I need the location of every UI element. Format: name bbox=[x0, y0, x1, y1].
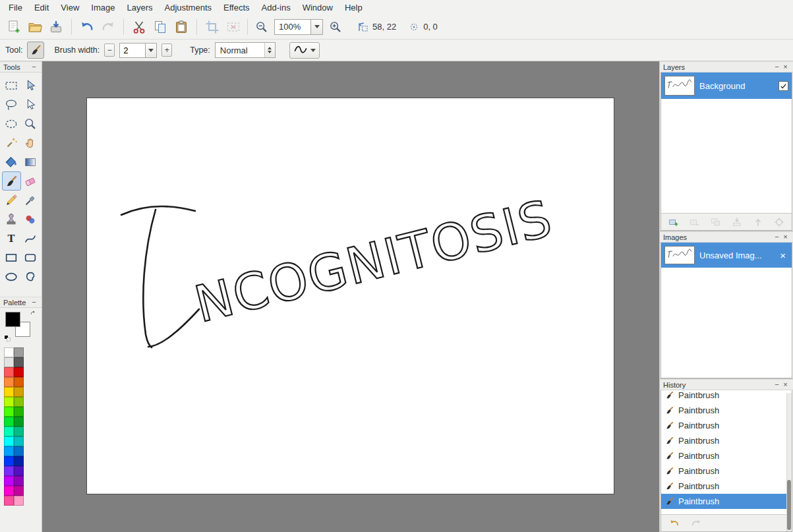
history-item[interactable]: Paintbrush bbox=[661, 479, 792, 494]
history-item[interactable]: Paintbrush bbox=[661, 433, 792, 448]
tool-freeform-shape[interactable] bbox=[21, 267, 40, 286]
paste-button[interactable] bbox=[171, 17, 191, 37]
palette-swatch[interactable] bbox=[4, 476, 14, 486]
history-item[interactable]: Paintbrush bbox=[661, 418, 792, 433]
brush-width-decrease-button[interactable]: − bbox=[104, 44, 115, 57]
tool-move-selection[interactable] bbox=[21, 76, 40, 95]
minimize-panel-icon[interactable]: − bbox=[773, 63, 781, 71]
layer-visible-checkbox[interactable] bbox=[778, 81, 788, 91]
scrollbar-thumb[interactable] bbox=[787, 480, 791, 530]
deselect-button[interactable] bbox=[223, 17, 243, 37]
history-item[interactable]: Paintbrush bbox=[661, 494, 792, 509]
menu-effects[interactable]: Effects bbox=[218, 1, 256, 14]
brush-width-input[interactable] bbox=[119, 43, 146, 58]
palette-swatch[interactable] bbox=[4, 397, 14, 407]
reset-colors-icon[interactable] bbox=[4, 335, 13, 343]
palette-swatch[interactable] bbox=[4, 377, 14, 387]
tool-pencil[interactable] bbox=[2, 191, 21, 210]
stroke-style-button[interactable] bbox=[289, 42, 320, 59]
palette-swatch[interactable] bbox=[4, 496, 14, 506]
palette-swatch[interactable] bbox=[14, 377, 24, 387]
history-item[interactable]: Paintbrush bbox=[661, 448, 792, 463]
zoom-input[interactable] bbox=[274, 19, 311, 35]
palette-swatch[interactable] bbox=[14, 397, 24, 407]
palette-swatch[interactable] bbox=[14, 436, 24, 446]
palette-swatch[interactable] bbox=[4, 427, 14, 436]
tool-pan[interactable] bbox=[21, 133, 40, 152]
open-image-button[interactable] bbox=[25, 17, 45, 37]
history-redo-button[interactable] bbox=[688, 517, 704, 530]
palette-swatch[interactable] bbox=[14, 446, 24, 456]
palette-swatch[interactable] bbox=[4, 387, 14, 397]
copy-button[interactable] bbox=[150, 17, 170, 37]
merge-layer-down-button[interactable] bbox=[729, 216, 744, 229]
current-tool-button[interactable] bbox=[27, 42, 44, 59]
canvas[interactable]: NCOGNITOSIS bbox=[86, 98, 614, 494]
save-button[interactable] bbox=[46, 17, 66, 37]
crop-to-selection-button[interactable] bbox=[202, 17, 222, 37]
close-panel-icon[interactable]: × bbox=[781, 380, 790, 389]
menu-view[interactable]: View bbox=[55, 1, 85, 14]
history-item[interactable]: Paintbrush bbox=[661, 463, 792, 479]
layer-properties-button[interactable] bbox=[771, 216, 786, 229]
tool-lasso-select[interactable] bbox=[2, 95, 21, 114]
palette-swatch[interactable] bbox=[14, 476, 24, 486]
palette-swatch[interactable] bbox=[14, 456, 24, 466]
spinner-icon[interactable] bbox=[264, 43, 275, 57]
tool-ellipse-select[interactable] bbox=[2, 114, 21, 133]
brush-width-dropdown-button[interactable] bbox=[146, 43, 157, 58]
undo-button[interactable] bbox=[77, 17, 97, 37]
tool-gradient[interactable] bbox=[21, 152, 40, 171]
history-item[interactable]: Paintbrush bbox=[661, 403, 792, 418]
palette-swatch[interactable] bbox=[4, 407, 14, 417]
tool-line-curve[interactable] bbox=[21, 229, 40, 248]
palette-swatch[interactable] bbox=[14, 417, 24, 427]
menu-file[interactable]: File bbox=[3, 1, 28, 14]
palette-swatch[interactable] bbox=[14, 407, 24, 417]
palette-swatch[interactable] bbox=[14, 367, 24, 377]
zoom-out-button[interactable] bbox=[252, 17, 272, 37]
minimize-panel-icon[interactable]: − bbox=[773, 380, 781, 389]
tool-eraser[interactable] bbox=[21, 171, 40, 191]
minimize-panel-icon[interactable]: − bbox=[773, 233, 781, 241]
swap-colors-icon[interactable] bbox=[30, 310, 38, 319]
palette-swatch[interactable] bbox=[4, 347, 14, 357]
minimize-panel-icon[interactable]: − bbox=[30, 63, 38, 71]
menu-image[interactable]: Image bbox=[85, 1, 121, 14]
palette-swatch[interactable] bbox=[4, 486, 14, 496]
add-layer-button[interactable] bbox=[666, 216, 682, 229]
tool-move-selected[interactable] bbox=[21, 95, 40, 114]
menu-window[interactable]: Window bbox=[297, 1, 339, 14]
close-image-icon[interactable]: × bbox=[777, 250, 788, 261]
palette-swatch[interactable] bbox=[14, 347, 24, 357]
duplicate-layer-button[interactable] bbox=[709, 216, 724, 229]
close-panel-icon[interactable]: × bbox=[781, 233, 790, 241]
tool-text[interactable]: T bbox=[2, 229, 21, 248]
image-row[interactable]: Unsaved Imag... × bbox=[661, 243, 792, 268]
history-item[interactable]: Paintbrush bbox=[661, 390, 792, 403]
palette-swatch[interactable] bbox=[14, 496, 24, 506]
menu-help[interactable]: Help bbox=[339, 1, 368, 14]
palette-swatch[interactable] bbox=[4, 357, 14, 367]
palette-swatch[interactable] bbox=[14, 486, 24, 496]
history-scrollbar[interactable] bbox=[786, 393, 792, 531]
tool-rectangle[interactable] bbox=[2, 248, 21, 267]
palette-swatch[interactable] bbox=[4, 436, 14, 446]
menu-edit[interactable]: Edit bbox=[28, 1, 55, 14]
tool-ellipse[interactable] bbox=[2, 267, 21, 286]
menu-adjustments[interactable]: Adjustments bbox=[158, 1, 218, 14]
close-panel-icon[interactable]: × bbox=[781, 63, 790, 71]
palette-swatch[interactable] bbox=[14, 427, 24, 436]
delete-layer-button[interactable] bbox=[688, 216, 703, 229]
cut-button[interactable] bbox=[129, 17, 149, 37]
tool-rectangle-select[interactable] bbox=[2, 76, 21, 95]
tool-paintbrush[interactable] bbox=[2, 171, 21, 191]
new-image-button[interactable] bbox=[4, 17, 24, 37]
move-layer-up-button[interactable] bbox=[750, 216, 765, 229]
tool-recolor[interactable] bbox=[21, 210, 40, 229]
palette-swatch[interactable] bbox=[4, 417, 14, 427]
palette-swatch[interactable] bbox=[4, 367, 14, 377]
palette-swatch[interactable] bbox=[4, 446, 14, 456]
palette-swatch[interactable] bbox=[4, 456, 14, 466]
tool-color-picker[interactable] bbox=[21, 191, 40, 210]
